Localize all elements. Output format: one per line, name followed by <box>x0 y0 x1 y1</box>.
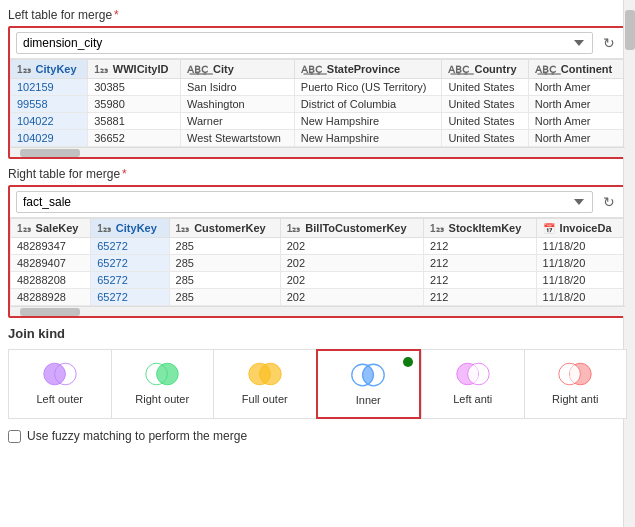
right-table-cell: 11/18/20 <box>536 289 624 306</box>
col-cal-icon: 📅 <box>543 223 555 234</box>
left-table-hscroll-thumb[interactable] <box>20 149 80 157</box>
right-table-cell: 285 <box>169 238 280 255</box>
right-table-cell: 48288928 <box>11 289 91 306</box>
full-outer-venn-icon <box>247 360 283 388</box>
join-option-inner[interactable]: Inner <box>316 349 422 419</box>
right-table-cell: 285 <box>169 255 280 272</box>
left-table-dropdown[interactable]: dimension_city <box>16 32 593 54</box>
left-outer-venn-icon <box>42 360 78 388</box>
left-table-cell: North Amer <box>528 113 624 130</box>
right-table-hscroll[interactable] <box>10 306 625 316</box>
col-abc-icon: A͟B͟C͟ <box>187 64 208 75</box>
left-table-cell: 104029 <box>11 130 88 147</box>
left-table-scroll-wrapper[interactable]: 1₂₃ CityKey 1₂₃ WWICityID A͟B͟C͟ City A͟… <box>10 59 625 157</box>
right-table-required-star: * <box>122 167 127 181</box>
right-table-hscroll-thumb[interactable] <box>20 308 80 316</box>
left-col-citykey[interactable]: 1₂₃ CityKey <box>11 60 88 79</box>
fuzzy-match-label: Use fuzzy matching to perform the merge <box>27 429 247 443</box>
left-table-row: 10402936652West StewartstownNew Hampshir… <box>11 130 625 147</box>
right-table-section: fact_sale ↻ 1₂₃ SaleKey 1₂₃ CityKey 1₂₃ … <box>8 185 627 318</box>
right-table-refresh-button[interactable]: ↻ <box>599 192 619 212</box>
right-table-cell: 65272 <box>91 289 169 306</box>
right-table-scroll-wrapper[interactable]: 1₂₃ SaleKey 1₂₃ CityKey 1₂₃ CustomerKey … <box>10 218 625 316</box>
left-col-stateprovince[interactable]: A͟B͟C͟ StateProvince <box>294 60 442 79</box>
right-col-salekey[interactable]: 1₂₃ SaleKey <box>11 219 91 238</box>
left-table-cell: North Amer <box>528 130 624 147</box>
left-col-country[interactable]: A͟B͟C͟ Country <box>442 60 528 79</box>
right-col-stockitemkey[interactable]: 1₂₃ StockItemKey <box>423 219 536 238</box>
left-table-cell: 36652 <box>88 130 181 147</box>
inner-selected-dot <box>403 357 413 367</box>
right-table-dropdown[interactable]: fact_sale <box>16 191 593 213</box>
right-col-invoiceda[interactable]: 📅 InvoiceDa <box>536 219 624 238</box>
right-col-billtocustomerkey[interactable]: 1₂₃ BillToCustomerKey <box>280 219 423 238</box>
left-table-cell: New Hampshire <box>294 113 442 130</box>
left-table-cell: Warner <box>181 113 295 130</box>
right-table-cell: 65272 <box>91 255 169 272</box>
fuzzy-match-checkbox[interactable] <box>8 430 21 443</box>
left-table-cell: 99558 <box>11 96 88 113</box>
right-table-cell: 285 <box>169 272 280 289</box>
inner-label: Inner <box>356 393 381 407</box>
join-options-container: Left outer Right outer Full outer <box>8 349 627 419</box>
right-table-cell: 11/18/20 <box>536 272 624 289</box>
right-table-cell: 202 <box>280 272 423 289</box>
left-table-label-text: Left table for merge <box>8 8 112 22</box>
svg-point-5 <box>259 363 281 385</box>
right-table-cell: 11/18/20 <box>536 238 624 255</box>
right-table-label-text: Right table for merge <box>8 167 120 181</box>
left-table-cell: San Isidro <box>181 79 295 96</box>
right-outer-venn-icon <box>144 360 180 388</box>
right-outer-label: Right outer <box>135 392 189 406</box>
left-table-cell: Puerto Rico (US Territory) <box>294 79 442 96</box>
left-table-section: dimension_city ↻ 1₂₃ CityKey 1₂₃ WWICity… <box>8 26 627 159</box>
left-table-cell: United States <box>442 96 528 113</box>
col-abc-icon-2: A͟B͟C͟ <box>301 64 322 75</box>
col-123-icon-2: 1₂₃ <box>94 64 108 75</box>
left-table-row: 10215930385San IsidroPuerto Rico (US Ter… <box>11 79 625 96</box>
left-table-cell: New Hampshire <box>294 130 442 147</box>
join-option-left-anti[interactable]: Left anti <box>421 349 524 419</box>
right-table-dropdown-row: fact_sale ↻ <box>10 187 625 218</box>
join-kind-label: Join kind <box>8 326 627 341</box>
col-abc-icon-4: A͟B͟C͟ <box>535 64 556 75</box>
col-123-icon-r5: 1₂₃ <box>430 223 444 234</box>
left-table-cell: West Stewartstown <box>181 130 295 147</box>
left-table-cell: District of Columbia <box>294 96 442 113</box>
left-table-cell: United States <box>442 79 528 96</box>
join-option-right-outer[interactable]: Right outer <box>111 349 214 419</box>
left-table-cell: United States <box>442 130 528 147</box>
left-table-cell: United States <box>442 113 528 130</box>
left-table-hscroll[interactable] <box>10 147 625 157</box>
join-option-left-outer[interactable]: Left outer <box>8 349 111 419</box>
vertical-scrollbar[interactable] <box>623 0 635 527</box>
col-123-icon-r2: 1₂₃ <box>97 223 111 234</box>
left-table-refresh-button[interactable]: ↻ <box>599 33 619 53</box>
col-123-icon: 1₂₃ <box>17 64 31 75</box>
left-table-cell: 30385 <box>88 79 181 96</box>
right-col-citykey[interactable]: 1₂₃ CityKey <box>91 219 169 238</box>
right-table-cell: 212 <box>423 272 536 289</box>
right-table-cell: 212 <box>423 238 536 255</box>
right-table-row: 482889286527228520221211/18/20 <box>11 289 625 306</box>
main-container: Left table for merge * dimension_city ↻ … <box>0 0 635 527</box>
fuzzy-match-row: Use fuzzy matching to perform the merge <box>8 429 627 443</box>
right-table-row: 482894076527228520221211/18/20 <box>11 255 625 272</box>
right-table-cell: 48289347 <box>11 238 91 255</box>
left-col-continent[interactable]: A͟B͟C͟ Continent <box>528 60 624 79</box>
left-data-table: 1₂₃ CityKey 1₂₃ WWICityID A͟B͟C͟ City A͟… <box>10 59 625 147</box>
left-col-wwicityid[interactable]: 1₂₃ WWICityID <box>88 60 181 79</box>
left-col-city[interactable]: A͟B͟C͟ City <box>181 60 295 79</box>
right-table-cell: 285 <box>169 289 280 306</box>
right-table-cell: 48288208 <box>11 272 91 289</box>
join-option-right-anti[interactable]: Right anti <box>524 349 628 419</box>
scroll-thumb[interactable] <box>625 10 635 50</box>
left-table-row: 9955835980WashingtonDistrict of Columbia… <box>11 96 625 113</box>
right-col-customerkey[interactable]: 1₂₃ CustomerKey <box>169 219 280 238</box>
col-123-icon-r3: 1₂₃ <box>176 223 190 234</box>
right-table-cell: 202 <box>280 289 423 306</box>
left-table-cell: 102159 <box>11 79 88 96</box>
inner-venn-icon <box>350 361 386 389</box>
join-option-full-outer[interactable]: Full outer <box>213 349 316 419</box>
left-table-cell: North Amer <box>528 96 624 113</box>
